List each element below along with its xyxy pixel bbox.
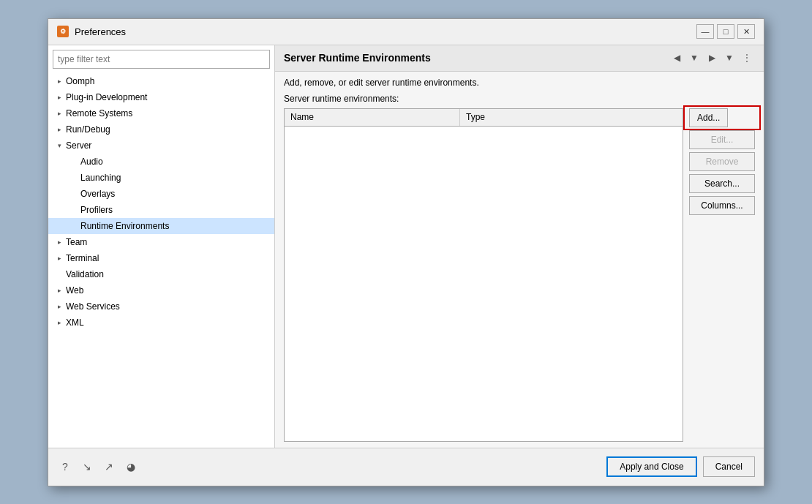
search-button[interactable]: Search... [689, 174, 755, 193]
tree-label-terminal: Terminal [66, 253, 99, 263]
tree-arrow-web-services [54, 301, 64, 312]
tree-item-remote-systems[interactable]: Remote Systems [48, 105, 274, 121]
panel-body: Server runtime environments: Name Type [275, 94, 764, 448]
close-button[interactable]: ✕ [737, 24, 755, 39]
remove-button[interactable]: Remove [689, 152, 755, 171]
back-dropdown-button[interactable]: ▼ [686, 50, 702, 66]
tree-item-validation[interactable]: Validation [48, 266, 274, 282]
right-panel: Server Runtime Environments ◀ ▼ ▶ ▼ ⋮ Ad… [275, 45, 764, 448]
tree-item-profilers[interactable]: Profilers [48, 202, 274, 218]
tree-label-validation: Validation [66, 269, 104, 279]
tree-item-audio[interactable]: Audio [48, 154, 274, 170]
settings-icon[interactable]: ◕ [123, 459, 139, 475]
help-icon[interactable]: ? [57, 459, 73, 475]
tree-item-runtime-environments[interactable]: Runtime Environments [48, 218, 274, 234]
columns-button[interactable]: Columns... [689, 196, 755, 215]
tree-label-oomph: Oomph [66, 76, 94, 86]
panel-title: Server Runtime Environments [284, 52, 431, 64]
edit-button[interactable]: Edit... [689, 130, 755, 149]
dialog-actions: Apply and Close Cancel [606, 456, 755, 477]
tree-item-terminal[interactable]: Terminal [48, 250, 274, 266]
tree-item-web-services[interactable]: Web Services [48, 298, 274, 315]
tree-item-run-debug[interactable]: Run/Debug [48, 121, 274, 138]
tree-item-xml[interactable]: XML [48, 315, 274, 331]
tree-item-server[interactable]: Server [48, 138, 274, 154]
tree-label-profilers: Profilers [80, 205, 113, 215]
tree-arrow-remote-systems [54, 108, 64, 119]
col-name: Name [285, 109, 460, 126]
tree-label-xml: XML [66, 317, 84, 328]
tree-label-team: Team [66, 237, 87, 247]
tree-item-plugin-dev[interactable]: Plug-in Development [48, 89, 274, 105]
dialog-title: Preferences [75, 26, 696, 37]
tree-item-launching[interactable]: Launching [48, 170, 274, 186]
add-button[interactable]: Add... [689, 108, 728, 127]
tree-label-run-debug: Run/Debug [66, 124, 110, 135]
back-button[interactable]: ◀ [669, 50, 685, 66]
menu-button[interactable]: ⋮ [739, 50, 755, 66]
tree-label-runtime-environments: Runtime Environments [80, 221, 169, 231]
tree-arrow-team [54, 237, 64, 247]
tree-arrow-plugin-dev [54, 92, 64, 102]
forward-dropdown-button[interactable]: ▼ [721, 50, 737, 66]
minimize-button[interactable]: — [696, 24, 714, 39]
add-button-wrapper: Add... [689, 108, 755, 127]
tree-label-launching: Launching [80, 173, 121, 183]
runtime-table: Name Type [284, 108, 683, 442]
tree-arrow-terminal [54, 253, 64, 263]
tree-item-team[interactable]: Team [48, 234, 274, 250]
preferences-dialog: ⚙ Preferences — □ ✕ OomphPlug-in Develop… [48, 18, 764, 486]
table-and-buttons: Name Type Add... Edit... [284, 108, 755, 442]
table-header: Name Type [285, 109, 683, 127]
tree-arrow-oomph [54, 76, 64, 86]
tree-label-web-services: Web Services [66, 301, 120, 312]
tree-arrow-web [54, 285, 64, 296]
tree-label-server: Server [66, 140, 91, 151]
bottom-bar: ? ↘ ↗ ◕ Apply and Close Cancel [48, 448, 764, 486]
col-type: Type [460, 109, 683, 126]
tree-label-remote-systems: Remote Systems [66, 108, 132, 119]
apply-close-button[interactable]: Apply and Close [606, 456, 696, 477]
tree-item-web[interactable]: Web [48, 282, 274, 298]
tree-label-overlays: Overlays [80, 189, 115, 199]
cancel-button[interactable]: Cancel [703, 456, 755, 477]
panel-toolbar: ◀ ▼ ▶ ▼ ⋮ [669, 50, 755, 66]
dialog-icon: ⚙ [57, 26, 69, 37]
section-label: Server runtime environments: [284, 94, 755, 104]
table-body [285, 127, 683, 441]
tree-item-oomph[interactable]: Oomph [48, 73, 274, 89]
export-icon[interactable]: ↗ [101, 459, 117, 475]
main-content: OomphPlug-in DevelopmentRemote SystemsRu… [48, 45, 764, 448]
panel-header: Server Runtime Environments ◀ ▼ ▶ ▼ ⋮ [275, 45, 764, 72]
tree-label-plugin-dev: Plug-in Development [66, 92, 147, 102]
action-buttons: Add... Edit... Remove Search... Columns.… [689, 108, 755, 442]
left-panel: OomphPlug-in DevelopmentRemote SystemsRu… [48, 45, 275, 448]
tree-arrow-run-debug [54, 124, 64, 135]
forward-button[interactable]: ▶ [704, 50, 720, 66]
tree-arrow-server [54, 140, 64, 151]
import-icon[interactable]: ↘ [79, 459, 95, 475]
tree-arrow-xml [54, 317, 64, 328]
window-controls: — □ ✕ [696, 24, 755, 39]
maximize-button[interactable]: □ [717, 24, 734, 39]
preferences-tree: OomphPlug-in DevelopmentRemote SystemsRu… [48, 73, 274, 448]
titlebar: ⚙ Preferences — □ ✕ [48, 19, 764, 45]
bottom-icons: ? ↘ ↗ ◕ [57, 459, 139, 475]
tree-label-web: Web [66, 285, 83, 296]
panel-description: Add, remove, or edit server runtime envi… [275, 72, 764, 94]
tree-item-overlays[interactable]: Overlays [48, 186, 274, 202]
filter-input[interactable] [53, 50, 270, 69]
tree-label-audio: Audio [80, 157, 103, 167]
